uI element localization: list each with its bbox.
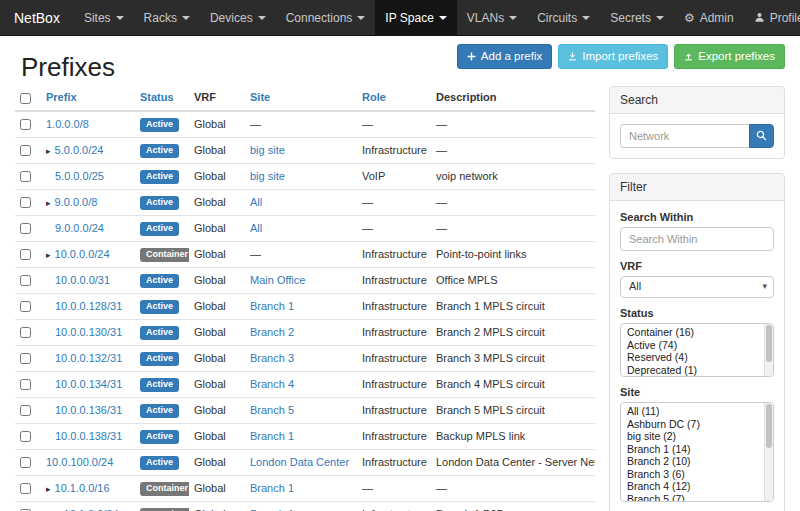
add-prefix-button[interactable]: Add a prefix <box>457 44 552 69</box>
site-link[interactable]: Branch 2 <box>250 326 294 338</box>
row-checkbox[interactable] <box>20 431 31 442</box>
row-checkbox[interactable] <box>20 379 31 390</box>
select-option[interactable]: Active (74) <box>621 339 763 352</box>
status-badge: Active <box>140 326 179 340</box>
search-button[interactable] <box>749 124 774 148</box>
prefix-link[interactable]: 9.0.0.0/24 <box>55 222 104 234</box>
vrf-select-value: All <box>629 280 641 292</box>
select-option[interactable]: Reserved (4) <box>621 351 763 364</box>
nav-item-connections[interactable]: Connections <box>276 0 376 35</box>
nav-item-secrets[interactable]: Secrets <box>600 0 674 35</box>
prefix-link[interactable]: 10.0.0.134/31 <box>55 378 122 390</box>
site-link[interactable]: All <box>250 222 262 234</box>
row-checkbox[interactable] <box>20 145 31 156</box>
row-checkbox[interactable] <box>20 327 31 338</box>
site-link[interactable]: Branch 1 <box>250 300 294 312</box>
search-input[interactable] <box>620 124 749 148</box>
prefix-link[interactable]: 5.0.0.0/25 <box>55 170 104 182</box>
prefix-link[interactable]: 10.0.0.132/31 <box>55 352 122 364</box>
site-link[interactable]: big site <box>250 144 285 156</box>
site-link[interactable]: Branch 1 <box>250 482 294 494</box>
row-checkbox[interactable] <box>20 457 31 468</box>
row-checkbox[interactable] <box>20 301 31 312</box>
description-value: Branch 1 MPLS circuit <box>436 300 545 312</box>
nav-item-vlans[interactable]: VLANs <box>457 0 527 35</box>
prefix-link[interactable]: 10.0.0.130/31 <box>55 326 122 338</box>
select-option[interactable]: Branch 2 (10) <box>621 455 763 468</box>
site-link[interactable]: Branch 5 <box>250 404 294 416</box>
row-checkbox[interactable] <box>20 275 31 286</box>
prefix-link[interactable]: 10.0.0.136/31 <box>55 404 122 416</box>
import-prefixes-button[interactable]: Import prefixes <box>558 44 668 69</box>
select-all-checkbox[interactable] <box>20 93 31 104</box>
nav-item-ip-space[interactable]: IP Space <box>375 0 456 35</box>
description-value: Office MPLS <box>436 274 498 286</box>
nav-label: Sites <box>84 11 111 25</box>
nav-label: Admin <box>700 11 734 25</box>
scrollbar[interactable] <box>764 324 773 376</box>
select-option[interactable]: Deprecated (1) <box>621 364 763 377</box>
plus-icon <box>467 52 476 61</box>
scrollbar[interactable] <box>764 403 773 501</box>
select-option[interactable]: Branch 5 (7) <box>621 493 763 503</box>
prefix-link[interactable]: 9.0.0.0/8 <box>55 196 98 208</box>
nav-item-sites[interactable]: Sites <box>74 0 134 35</box>
site-empty: — <box>250 248 261 260</box>
main-nav: Sites Racks Devices Connections IP Space… <box>74 0 674 35</box>
status-badge: Active <box>140 274 179 288</box>
row-checkbox[interactable] <box>20 353 31 364</box>
scrollbar-thumb[interactable] <box>766 325 772 362</box>
prefix-link[interactable]: 10.0.100.0/24 <box>46 456 113 468</box>
profile-link[interactable]: Profile <box>744 0 800 35</box>
prefix-link[interactable]: 10.0.0.138/31 <box>55 430 122 442</box>
select-option[interactable]: Branch 3 (6) <box>621 468 763 481</box>
select-option[interactable]: big site (2) <box>621 430 763 443</box>
row-checkbox[interactable] <box>20 249 31 260</box>
export-prefixes-button[interactable]: Export prefixes <box>674 44 785 69</box>
prefix-link[interactable]: 1.0.0.0/8 <box>46 118 89 130</box>
nav-item-devices[interactable]: Devices <box>200 0 276 35</box>
row-checkbox[interactable] <box>20 223 31 234</box>
row-checkbox[interactable] <box>20 171 31 182</box>
status-badge: Active <box>140 430 179 444</box>
select-option[interactable]: Branch 1 (14) <box>621 443 763 456</box>
site-link[interactable]: big site <box>250 170 285 182</box>
nav-item-circuits[interactable]: Circuits <box>527 0 600 35</box>
admin-link[interactable]: ⚙ Admin <box>674 0 744 35</box>
prefix-link[interactable]: 5.0.0.0/24 <box>55 144 104 156</box>
brand-link[interactable]: NetBox <box>0 0 74 35</box>
select-option[interactable]: Container (16) <box>621 326 763 339</box>
button-label: Import prefixes <box>582 48 658 64</box>
role-value: Infrastructure <box>362 456 427 468</box>
site-link[interactable]: All <box>250 196 262 208</box>
sort-status[interactable]: Status <box>140 91 174 103</box>
prefix-link[interactable]: 10.0.0.0/24 <box>55 248 110 260</box>
sort-site[interactable]: Site <box>250 91 270 103</box>
status-options: Container (16)Active (74)Reserved (4)Dep… <box>621 326 763 376</box>
row-checkbox[interactable] <box>20 483 31 494</box>
row-checkbox[interactable] <box>20 405 31 416</box>
site-link[interactable]: Branch 1 <box>250 430 294 442</box>
row-checkbox[interactable] <box>20 119 31 130</box>
prefix-link[interactable]: 10.0.0.0/31 <box>55 274 110 286</box>
select-option[interactable]: All (11) <box>621 405 763 418</box>
site-link[interactable]: Main Office <box>250 274 305 286</box>
site-multiselect[interactable]: All (11)Ashburn DC (7)big site (2)Branch… <box>620 402 774 502</box>
sort-prefix[interactable]: Prefix <box>46 91 77 103</box>
status-multiselect[interactable]: Container (16)Active (74)Reserved (4)Dep… <box>620 323 774 377</box>
site-link[interactable]: Branch 3 <box>250 352 294 364</box>
scrollbar-thumb[interactable] <box>766 404 772 448</box>
row-checkbox[interactable] <box>20 197 31 208</box>
sort-role[interactable]: Role <box>362 91 386 103</box>
site-link[interactable]: Branch 4 <box>250 378 294 390</box>
prefix-link[interactable]: 10.0.0.128/31 <box>55 300 122 312</box>
vrf-select[interactable]: All ▾ <box>620 276 774 298</box>
select-option[interactable]: Ashburn DC (7) <box>621 418 763 431</box>
site-link[interactable]: London Data Center <box>250 456 349 468</box>
prefix-link[interactable]: 10.1.0.0/16 <box>55 482 110 494</box>
nav-item-racks[interactable]: Racks <box>134 0 200 35</box>
description-value: — <box>436 222 447 234</box>
select-option[interactable]: Branch 4 (12) <box>621 480 763 493</box>
search-within-input[interactable] <box>620 227 774 251</box>
expand-arrow-icon: ▸ <box>46 198 51 208</box>
